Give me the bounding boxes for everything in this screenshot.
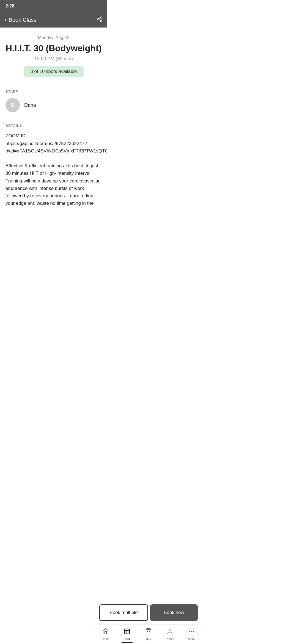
svg-line-4 — [99, 18, 101, 19]
class-name: H.I.I.T. 30 (Bodyweight) — [6, 43, 102, 53]
toolbar-title: Book Class — [9, 17, 36, 23]
staff-row: D Dana — [6, 98, 102, 112]
class-time: 12:00 PM (30 min) — [6, 56, 102, 62]
spots-badge: 3 of 10 spots available — [24, 66, 83, 77]
class-date: Monday, Aug 12 — [6, 35, 102, 40]
staff-section-label: STAFF — [6, 89, 102, 94]
staff-section: STAFF D Dana — [0, 84, 107, 118]
staff-name: Dana — [24, 102, 36, 108]
details-section: DETAILS ZOOM ID: https://gapinc.zoom.us/… — [0, 118, 107, 212]
svg-line-3 — [99, 20, 101, 21]
class-header: Monday, Aug 12 H.I.I.T. 30 (Bodyweight) … — [0, 28, 107, 84]
back-button[interactable]: ‹ — [4, 16, 6, 23]
staff-avatar-initial: D — [11, 102, 15, 108]
details-section-label: DETAILS — [6, 124, 102, 128]
share-icon[interactable] — [97, 16, 103, 24]
staff-avatar: D — [6, 98, 20, 112]
status-bar: 2:28 — [0, 0, 107, 12]
toolbar: ‹ Book Class — [0, 12, 107, 28]
toolbar-left: ‹ Book Class — [4, 16, 36, 23]
details-text: ZOOM ID: https://gapinc.zoom.us/j/975223… — [6, 132, 102, 207]
main-content: Monday, Aug 12 H.I.I.T. 30 (Bodyweight) … — [0, 28, 107, 256]
status-time: 2:28 — [6, 4, 14, 9]
